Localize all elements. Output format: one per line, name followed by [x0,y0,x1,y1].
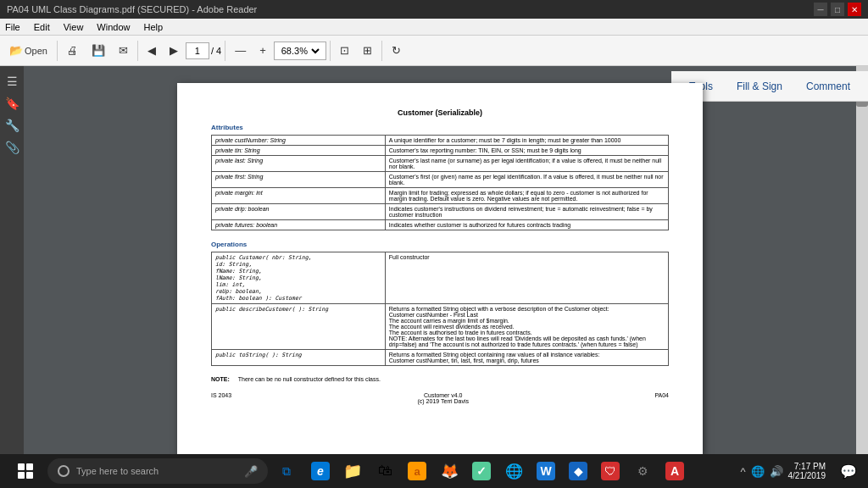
attr-desc: Customer's first (or given) name as per … [385,172,668,188]
zoom-out-button[interactable]: — [229,39,252,63]
print-button[interactable]: 🖨 [61,39,84,63]
microphone-icon: 🎤 [244,465,258,478]
search-bar[interactable]: Type here to search 🎤 [47,458,268,484]
blue-app-icon: ◆ [569,462,587,480]
print-icon: 🖨 [67,44,78,57]
sidebar-attach-icon[interactable]: 📎 [3,139,20,156]
chrome-app[interactable]: 🌐 [498,456,529,486]
page-total: / 4 [211,46,221,56]
start-button[interactable] [7,456,44,486]
menu-bar: File Edit View Window Help [0,19,868,36]
table-row: public Customer( nbr: String, id: String… [212,252,669,304]
notification-button[interactable]: 💬 [836,456,861,486]
table-row: public toString( ): StringReturns a form… [212,350,669,366]
menu-edit[interactable]: Edit [34,22,50,32]
fit-page-button[interactable]: ⊡ [334,39,355,63]
settings-app[interactable]: ⚙ [627,456,658,486]
open-button[interactable]: 📂 Open [3,39,53,63]
attr-name: private last: String [212,156,386,172]
footer-center-line1: Customer v4.0 [417,392,469,398]
fit-width-button[interactable]: ⊞ [357,39,378,63]
notification-icon: 💬 [840,463,857,480]
fill-sign-button[interactable]: Fill & Sign [726,75,793,98]
close-button[interactable]: ✕ [848,3,861,16]
save-icon: 💾 [92,44,105,57]
attr-desc: Customer's last name (or surname) as per… [385,156,668,172]
task-view-button[interactable]: ⧉ [271,456,302,486]
pdf-page: Customer (Serializable) Attributes priva… [177,83,703,454]
page-navigation: / 4 [186,42,221,59]
sidebar-pages-icon[interactable]: ☰ [3,73,20,90]
menu-file[interactable]: File [5,22,20,32]
table-row: private futures: booleanIndicates whethe… [212,220,669,230]
email-button[interactable]: ✉ [113,39,134,63]
table-row: private drip: booleanIndicates customer'… [212,204,669,220]
explorer-app[interactable]: 📁 [337,456,368,486]
maximize-button[interactable]: □ [831,3,844,16]
pdf-class-title: Customer (Serializable) [211,108,669,117]
explorer-icon: 📁 [343,462,362,480]
pdf-area: Customer (Serializable) Attributes priva… [24,66,856,454]
table-row: private margin: intMargin limit for trad… [212,188,669,204]
attr-name: private drip: boolean [212,204,386,220]
attr-desc: Indicates customer's instructions on div… [385,204,668,220]
note-section: NOTE: There can be no null constructor d… [211,376,669,382]
check-app[interactable]: ✓ [466,456,497,486]
left-sidebar: ☰ 🔖 🔧 📎 [0,66,24,454]
menu-view[interactable]: View [64,22,84,32]
page-number-input[interactable] [186,42,209,59]
adobe-icon: A [665,462,684,480]
firefox-app[interactable]: 🦊 [434,456,465,486]
amazon-app[interactable]: a [402,456,432,486]
vertical-scrollbar[interactable] [856,66,868,454]
time-display: 7:17 PM [794,462,826,471]
security-icon: 🛡 [601,462,620,480]
store-app[interactable]: 🛍 [370,456,400,486]
footer-center: Customer v4.0 (c) 2019 Terri Davis [417,392,469,404]
windows-icon [18,463,33,479]
attr-name: private first: String [212,172,386,188]
settings-icon: ⚙ [633,462,652,480]
nav-back-button[interactable]: ◀ [142,39,162,63]
rotate-button[interactable]: ↻ [386,39,407,63]
minimize-button[interactable]: ─ [814,3,827,16]
security-app[interactable]: 🛡 [595,456,626,486]
check-icon: ✓ [472,462,491,480]
sidebar-tools-icon[interactable]: 🔧 [3,117,20,134]
sidebar-bookmarks-icon[interactable]: 🔖 [3,95,20,112]
tray-arrow-icon[interactable]: ^ [740,465,745,478]
date-display: 4/21/2019 [788,471,826,480]
nav-forward-button[interactable]: ▶ [164,39,184,63]
comment-button[interactable]: Comment [795,75,861,98]
taskbar: Type here to search 🎤 ⧉ e 📁 🛍 a 🦊 ✓ 🌐 W [0,454,868,488]
volume-icon[interactable]: 🔊 [770,465,783,478]
attr-desc: A unique identifier for a customer; must… [385,136,668,146]
clock[interactable]: 7:17 PM 4/21/2019 [788,462,826,480]
ops-desc: Returns a formatted String object with a… [385,304,668,350]
zoom-in-button[interactable]: + [253,39,272,63]
menu-help[interactable]: Help [143,22,163,32]
ops-desc: Full constructor [385,252,668,304]
attributes-table: private custNumber: StringA unique ident… [211,135,669,230]
save-button[interactable]: 💾 [86,39,111,63]
task-view-icon: ⧉ [277,462,296,480]
menu-window[interactable]: Window [97,22,130,32]
attributes-label: Attributes [211,124,669,131]
system-tray: ^ 🌐 🔊 7:17 PM 4/21/2019 [733,462,832,480]
store-icon: 🛍 [376,462,394,480]
edge-app[interactable]: e [305,456,336,486]
search-icon [58,465,70,477]
ops-method: public toString( ): String [212,350,386,366]
firefox-icon: 🦊 [440,462,459,480]
adobe-app[interactable]: A [659,456,690,486]
footer-left: IS 2043 [211,392,231,404]
word-app[interactable]: W [531,456,561,486]
search-placeholder: Type here to search [76,466,159,476]
zoom-control: 68.3% 50% 75% 100% 125% 150% [274,42,326,60]
word-icon: W [537,462,555,480]
zoom-select[interactable]: 68.3% 50% 75% 100% 125% 150% [278,45,322,57]
blue-app[interactable]: ◆ [563,456,593,486]
toolbar-separator-3 [225,41,225,61]
network-icon[interactable]: 🌐 [751,465,765,478]
attr-desc: Customer's tax reporting number: TIN, EI… [385,146,668,156]
